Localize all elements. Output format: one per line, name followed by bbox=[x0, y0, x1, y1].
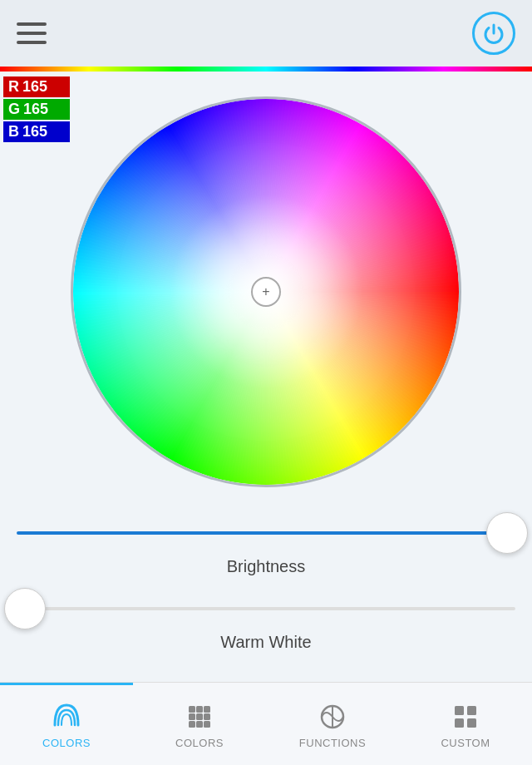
red-value: 165 bbox=[22, 78, 47, 96]
header bbox=[0, 0, 532, 67]
svg-rect-2 bbox=[204, 706, 210, 713]
warm-white-label: Warm White bbox=[17, 633, 515, 652]
svg-rect-8 bbox=[204, 721, 210, 728]
red-label: R bbox=[8, 78, 19, 96]
blue-value: 165 bbox=[22, 123, 47, 141]
nav-item-functions[interactable]: FUNCTIONS bbox=[266, 683, 399, 765]
brightness-label: Brightness bbox=[17, 557, 515, 576]
nav-item-custom[interactable]: CUSTOM bbox=[399, 683, 532, 765]
nav-label-custom: CUSTOM bbox=[441, 737, 490, 749]
svg-rect-6 bbox=[189, 721, 195, 728]
warm-white-track bbox=[17, 607, 515, 610]
colors-grid-icon bbox=[185, 702, 214, 732]
green-value: 165 bbox=[23, 101, 48, 118]
nav-item-colors-grid[interactable]: COLORS bbox=[133, 683, 266, 765]
nav-label-functions: FUNCTIONS bbox=[299, 737, 366, 749]
warm-white-thumb[interactable] bbox=[4, 588, 46, 629]
green-value-row: G 165 bbox=[3, 99, 70, 120]
blue-value-row: B 165 bbox=[3, 121, 70, 142]
warm-white-slider-wrapper bbox=[17, 588, 515, 629]
brightness-track bbox=[17, 531, 515, 535]
svg-rect-1 bbox=[196, 706, 203, 713]
red-value-row: R 165 bbox=[3, 76, 70, 97]
rgb-display: R 165 G 165 B 165 bbox=[3, 76, 70, 142]
custom-icon bbox=[451, 702, 480, 732]
brightness-thumb[interactable] bbox=[486, 512, 528, 554]
svg-rect-11 bbox=[455, 706, 464, 715]
power-icon bbox=[482, 22, 505, 45]
svg-rect-0 bbox=[189, 706, 195, 713]
menu-button[interactable] bbox=[17, 15, 53, 52]
nav-label-colors-arc: COLORS bbox=[42, 737, 91, 749]
svg-rect-5 bbox=[204, 713, 210, 720]
svg-rect-13 bbox=[455, 718, 464, 728]
nav-item-colors-arc[interactable]: COLORS bbox=[0, 683, 133, 765]
brightness-slider-wrapper bbox=[17, 512, 515, 554]
svg-rect-7 bbox=[196, 721, 203, 728]
menu-line-1 bbox=[17, 22, 47, 26]
svg-rect-14 bbox=[467, 718, 476, 728]
nav-label-colors-grid: COLORS bbox=[175, 737, 224, 749]
color-wheel[interactable] bbox=[71, 96, 461, 487]
color-wheel-container bbox=[0, 72, 532, 512]
svg-rect-12 bbox=[467, 706, 476, 715]
sliders-section: Brightness Warm White bbox=[0, 512, 532, 652]
blue-label: B bbox=[8, 123, 19, 141]
color-picker-cursor[interactable] bbox=[251, 277, 281, 307]
menu-line-2 bbox=[17, 32, 47, 35]
power-button[interactable] bbox=[472, 12, 515, 55]
green-label: G bbox=[8, 101, 20, 118]
bottom-navigation: COLORS COLORS FU bbox=[0, 682, 532, 765]
colors-arc-icon bbox=[52, 702, 81, 732]
menu-line-3 bbox=[17, 41, 47, 44]
functions-icon bbox=[318, 702, 347, 732]
svg-rect-4 bbox=[196, 713, 203, 720]
svg-rect-3 bbox=[189, 713, 195, 720]
